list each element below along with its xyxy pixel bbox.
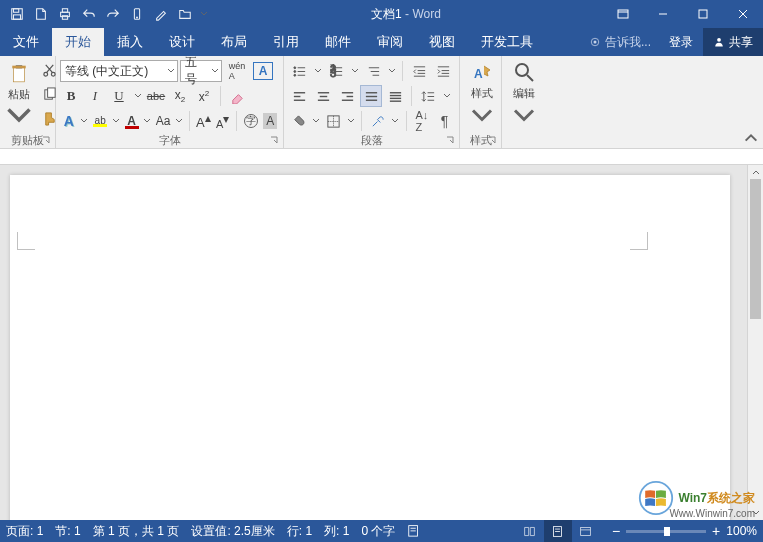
touch-mode-icon[interactable] bbox=[126, 3, 148, 25]
styles-launcher-icon[interactable] bbox=[487, 134, 499, 146]
font-name-select[interactable]: 等线 (中文正文) bbox=[60, 60, 178, 82]
new-icon[interactable] bbox=[30, 3, 52, 25]
status-section[interactable]: 节: 1 bbox=[55, 523, 80, 540]
tell-me-search[interactable]: 告诉我... bbox=[581, 28, 659, 56]
shrink-font-icon[interactable]: A▾ bbox=[214, 110, 231, 132]
quick-print-icon[interactable] bbox=[54, 3, 76, 25]
save-icon[interactable] bbox=[6, 3, 28, 25]
align-left-icon[interactable] bbox=[288, 85, 310, 107]
character-border-icon[interactable]: A bbox=[252, 60, 274, 82]
status-column[interactable]: 列: 1 bbox=[324, 523, 349, 540]
tab-mail[interactable]: 邮件 bbox=[312, 28, 364, 56]
print-layout-icon[interactable] bbox=[544, 520, 572, 542]
status-word-count[interactable]: 0 个字 bbox=[361, 523, 395, 540]
scrollbar-thumb[interactable] bbox=[750, 179, 761, 319]
open-icon[interactable] bbox=[174, 3, 196, 25]
line-spacing-dropdown-icon[interactable] bbox=[441, 85, 452, 107]
status-page-count[interactable]: 第 1 页，共 1 页 bbox=[93, 523, 180, 540]
underline-icon[interactable]: U bbox=[108, 85, 130, 107]
change-case-dropdown-icon[interactable] bbox=[174, 110, 184, 132]
tab-view[interactable]: 视图 bbox=[416, 28, 468, 56]
ink-icon[interactable] bbox=[150, 3, 172, 25]
align-right-icon[interactable] bbox=[336, 85, 358, 107]
zoom-thumb[interactable] bbox=[664, 527, 670, 536]
login-button[interactable]: 登录 bbox=[659, 28, 703, 56]
text-effects-icon[interactable]: A bbox=[60, 110, 77, 132]
multilevel-list-icon[interactable] bbox=[362, 60, 384, 82]
change-case-icon[interactable]: Aa bbox=[154, 110, 171, 132]
shading-dropdown-icon[interactable] bbox=[311, 110, 321, 132]
collapse-ribbon-icon[interactable] bbox=[743, 130, 759, 146]
highlight-dropdown-icon[interactable] bbox=[111, 110, 121, 132]
superscript-icon[interactable]: x2 bbox=[193, 85, 215, 107]
bold-icon[interactable]: B bbox=[60, 85, 82, 107]
font-size-select[interactable]: 五号 bbox=[180, 60, 222, 82]
editing-button[interactable]: 编辑 bbox=[506, 58, 542, 128]
read-mode-icon[interactable] bbox=[516, 520, 544, 542]
status-page[interactable]: 页面: 1 bbox=[6, 523, 43, 540]
status-spell-icon[interactable] bbox=[407, 523, 421, 540]
asian-layout-dropdown-icon[interactable] bbox=[390, 110, 400, 132]
styles-button[interactable]: A 样式 bbox=[464, 58, 500, 128]
strikethrough-icon[interactable]: abe bbox=[145, 85, 167, 107]
ruler[interactable] bbox=[0, 149, 763, 165]
show-marks-icon[interactable]: ¶ bbox=[434, 110, 455, 132]
font-color-icon[interactable]: A bbox=[123, 110, 140, 132]
underline-dropdown-icon[interactable] bbox=[132, 85, 143, 107]
tab-design[interactable]: 设计 bbox=[156, 28, 208, 56]
font-launcher-icon[interactable] bbox=[269, 134, 281, 146]
clear-formatting-icon[interactable] bbox=[226, 85, 248, 107]
zoom-in-icon[interactable]: + bbox=[712, 523, 720, 539]
borders-dropdown-icon[interactable] bbox=[346, 110, 356, 132]
undo-icon[interactable] bbox=[78, 3, 100, 25]
align-justify-icon[interactable] bbox=[360, 85, 382, 107]
phonetic-guide-icon[interactable]: wénA bbox=[224, 60, 250, 82]
char-shading-icon[interactable]: A bbox=[262, 110, 279, 132]
numbering-dropdown-icon[interactable] bbox=[349, 60, 360, 82]
page[interactable] bbox=[10, 175, 730, 520]
ribbon-display-icon[interactable] bbox=[603, 0, 643, 28]
status-position[interactable]: 设置值: 2.5厘米 bbox=[191, 523, 274, 540]
subscript-icon[interactable]: x2 bbox=[169, 85, 191, 107]
increase-indent-icon[interactable] bbox=[432, 60, 454, 82]
status-line[interactable]: 行: 1 bbox=[287, 523, 312, 540]
asian-layout-icon[interactable] bbox=[367, 110, 388, 132]
tab-references[interactable]: 引用 bbox=[260, 28, 312, 56]
shading-icon[interactable] bbox=[288, 110, 309, 132]
redo-icon[interactable] bbox=[102, 3, 124, 25]
share-button[interactable]: 共享 bbox=[703, 28, 763, 56]
tab-insert[interactable]: 插入 bbox=[104, 28, 156, 56]
tab-layout[interactable]: 布局 bbox=[208, 28, 260, 56]
minimize-icon[interactable] bbox=[643, 0, 683, 28]
tab-developer[interactable]: 开发工具 bbox=[468, 28, 546, 56]
highlight-icon[interactable]: ab bbox=[91, 110, 108, 132]
font-color-dropdown-icon[interactable] bbox=[142, 110, 152, 132]
grow-font-icon[interactable]: A▴ bbox=[195, 110, 212, 132]
paste-button[interactable]: 粘贴 bbox=[4, 62, 34, 126]
enclosed-char-icon[interactable]: 字 bbox=[242, 110, 259, 132]
align-distribute-icon[interactable] bbox=[384, 85, 406, 107]
multilevel-dropdown-icon[interactable] bbox=[386, 60, 397, 82]
clipboard-launcher-icon[interactable] bbox=[41, 134, 53, 146]
web-layout-icon[interactable] bbox=[572, 520, 600, 542]
scroll-down-icon[interactable] bbox=[748, 506, 763, 520]
zoom-value[interactable]: 100% bbox=[726, 524, 757, 538]
qat-customize-icon[interactable] bbox=[198, 3, 209, 25]
sort-icon[interactable]: A↓Z bbox=[411, 110, 432, 132]
paragraph-launcher-icon[interactable] bbox=[445, 134, 457, 146]
bullets-dropdown-icon[interactable] bbox=[312, 60, 323, 82]
tab-file[interactable]: 文件 bbox=[0, 28, 52, 56]
maximize-icon[interactable] bbox=[683, 0, 723, 28]
scroll-up-icon[interactable] bbox=[748, 165, 763, 179]
text-effects-dropdown-icon[interactable] bbox=[79, 110, 89, 132]
line-spacing-icon[interactable] bbox=[417, 85, 439, 107]
tab-home[interactable]: 开始 bbox=[52, 28, 104, 56]
close-icon[interactable] bbox=[723, 0, 763, 28]
vertical-scrollbar[interactable] bbox=[747, 165, 763, 520]
tab-review[interactable]: 审阅 bbox=[364, 28, 416, 56]
bullets-icon[interactable] bbox=[288, 60, 310, 82]
borders-icon[interactable] bbox=[323, 110, 344, 132]
italic-icon[interactable]: I bbox=[84, 85, 106, 107]
decrease-indent-icon[interactable] bbox=[408, 60, 430, 82]
align-center-icon[interactable] bbox=[312, 85, 334, 107]
